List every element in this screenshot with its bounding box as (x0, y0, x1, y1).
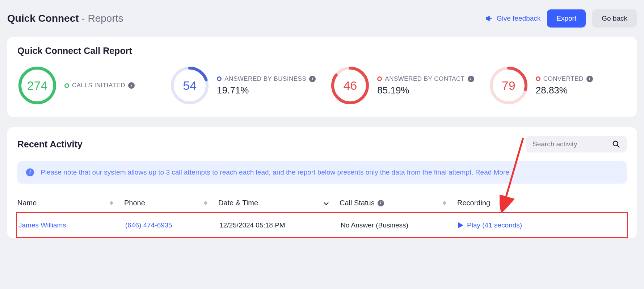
ring-icon (536, 76, 540, 81)
read-more-link[interactable]: Read More (475, 168, 509, 176)
stat-info: CONVERTED i 28.83% (536, 75, 593, 96)
sort-icon (110, 201, 113, 205)
stat-0: 274 CALLS INITIATED i (17, 66, 155, 105)
info-icon[interactable]: i (309, 76, 316, 82)
notice-text: Please note that our system allows up to… (41, 168, 475, 176)
play-label: Play (41 seconds) (467, 221, 522, 229)
svg-point-8 (613, 141, 618, 146)
ring-icon (217, 76, 222, 81)
col-header-recording: Recording (457, 199, 627, 207)
info-icon[interactable]: i (468, 76, 474, 82)
col-header-name[interactable]: Name (17, 199, 124, 207)
stat-value: 54 (170, 66, 210, 105)
row-phone-link[interactable]: (646) 474-6935 (125, 221, 172, 229)
col-header-date[interactable]: Date & Time (218, 199, 340, 207)
stat-label: ANSWERED BY BUSINESS i (217, 75, 316, 83)
call-report-title: Quick Connect Call Report (17, 46, 627, 56)
search-input[interactable] (533, 140, 590, 148)
stat-circle: 274 (17, 66, 57, 105)
recent-activity-header: Recent Activity (17, 136, 627, 152)
col-header-recording-label: Recording (457, 199, 490, 207)
give-feedback-link[interactable]: Give feedback (485, 14, 540, 22)
info-icon[interactable]: i (128, 82, 135, 89)
go-back-button[interactable]: Go back (592, 9, 637, 28)
call-report-card: Quick Connect Call Report 274 CALLS INIT… (7, 37, 637, 117)
ring-icon (64, 83, 69, 88)
page-title: Quick Connect - Reports (7, 13, 123, 24)
stat-percent: 85.19% (377, 85, 474, 96)
sort-icon (204, 201, 207, 205)
row-name-link[interactable]: James Williams (18, 221, 66, 229)
stat-value: 46 (330, 66, 370, 105)
stat-circle: 46 (330, 66, 370, 105)
col-header-status[interactable]: Call Status i (340, 199, 457, 207)
col-header-status-label: Call Status (340, 199, 375, 207)
stat-label: CALLS INITIATED i (64, 82, 135, 89)
info-icon: i (378, 200, 384, 206)
stat-info: ANSWERED BY CONTACT i 85.19% (377, 75, 474, 96)
stat-2: 46 ANSWERED BY CONTACT i 85.19% (330, 66, 474, 105)
table-header: Name Phone Date & Time Call Status i (17, 194, 627, 212)
row-date: 12/25/2024 05:18 PM (219, 221, 285, 229)
chevron-down-icon (324, 199, 329, 207)
play-icon (458, 222, 463, 228)
col-header-name-label: Name (17, 199, 37, 207)
ring-icon (377, 76, 382, 81)
export-button[interactable]: Export (547, 9, 586, 28)
stat-info: ANSWERED BY BUSINESS i 19.71% (217, 75, 316, 96)
stat-1: 54 ANSWERED BY BUSINESS i 19.71% (170, 66, 316, 105)
stat-circle: 54 (170, 66, 210, 105)
search-activity-field[interactable] (526, 136, 627, 152)
play-recording-button[interactable]: Play (41 seconds) (458, 221, 522, 229)
row-status: No Answer (Business) (341, 221, 408, 229)
stat-percent: 19.71% (217, 85, 316, 96)
search-icon (612, 140, 620, 148)
page-title-sub: - Reports (79, 13, 123, 24)
info-notice: i Please note that our system allows up … (17, 161, 627, 184)
give-feedback-label: Give feedback (497, 14, 540, 22)
info-icon: i (26, 168, 34, 176)
svg-line-9 (617, 145, 619, 147)
col-header-phone-label: Phone (124, 199, 145, 207)
header-actions: Give feedback Export Go back (485, 9, 637, 28)
stat-circle: 79 (489, 66, 529, 105)
stat-value: 79 (489, 66, 529, 105)
stat-value: 274 (17, 66, 57, 105)
stat-info: CALLS INITIATED i (64, 82, 135, 89)
page-header: Quick Connect - Reports Give feedback Ex… (7, 0, 637, 37)
table-row: James Williams (646) 474-6935 12/25/2024… (16, 212, 628, 238)
col-header-date-label: Date & Time (218, 199, 258, 207)
info-icon[interactable]: i (586, 76, 593, 82)
stat-label: ANSWERED BY CONTACT i (377, 75, 474, 83)
stat-3: 79 CONVERTED i 28.83% (489, 66, 627, 105)
recent-activity-card: Recent Activity i Please note that our s… (7, 127, 637, 238)
notice-text-wrap: Please note that our system allows up to… (41, 168, 509, 176)
stats-row: 274 CALLS INITIATED i 54 ANSWERED BY BUS… (17, 66, 627, 105)
stat-percent: 28.83% (536, 85, 593, 96)
col-header-phone[interactable]: Phone (124, 199, 218, 207)
megaphone-icon (485, 15, 493, 22)
recent-activity-title: Recent Activity (17, 139, 83, 150)
page-title-main: Quick Connect (7, 13, 79, 24)
stat-label: CONVERTED i (536, 75, 593, 83)
sort-icon (443, 201, 446, 205)
